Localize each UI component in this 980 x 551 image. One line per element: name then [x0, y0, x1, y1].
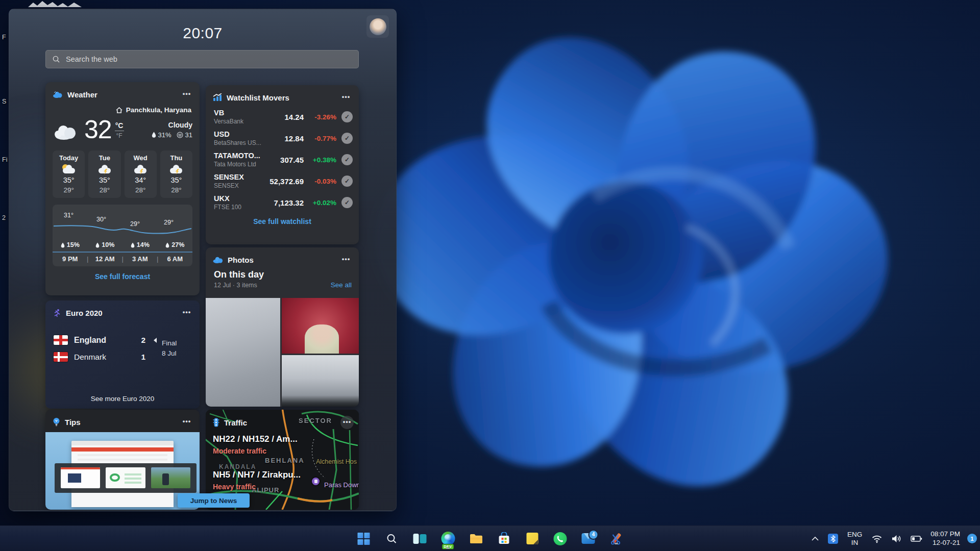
precip-value: 10%: [102, 241, 114, 248]
more-options-button[interactable]: •••: [340, 416, 354, 429]
see-full-watchlist-link[interactable]: See full watchlist: [206, 217, 359, 226]
match-date: 8 Jul: [162, 348, 191, 359]
watchlist-check-button[interactable]: ✓: [341, 111, 353, 122]
tray-date: 12-07-21: [933, 539, 960, 547]
profile-button[interactable]: [366, 15, 389, 38]
hourly-precip-row: 15% 10% 14% 27%: [53, 240, 192, 252]
traffic-route[interactable]: NH22 / NH152 / Am...: [213, 434, 298, 444]
desktop-icon-label-fragment: F: [2, 34, 6, 41]
photos-widget[interactable]: Photos ••• On this day 12 Jul · 3 items …: [206, 247, 359, 407]
map-pin-icon: [312, 478, 320, 485]
desktop-icon-label-fragment: 2: [2, 214, 6, 221]
file-explorer-button[interactable]: [465, 528, 487, 550]
low-temp: 28°: [161, 186, 191, 194]
taskbar-search-button[interactable]: [381, 528, 403, 550]
web-search-bar[interactable]: [45, 50, 359, 68]
task-view-button[interactable]: [409, 528, 431, 550]
see-all-link[interactable]: See all: [331, 281, 352, 289]
start-button[interactable]: [353, 528, 375, 550]
forecast-day-label: Tue: [89, 154, 119, 162]
task-switcher-art: [55, 463, 197, 493]
whatsapp-button[interactable]: [549, 528, 572, 550]
snipping-tool-button[interactable]: [605, 528, 628, 550]
volume-button[interactable]: [889, 532, 904, 545]
change-percent: -3.26%: [304, 113, 336, 121]
watchlist-check-button[interactable]: ✓: [341, 197, 353, 208]
match-result[interactable]: England 2 Denmark 1 Final 8 Jul: [45, 321, 200, 365]
language-indicator[interactable]: ENG IN: [844, 531, 865, 546]
traffic-route[interactable]: NH5 / NH7 / Zirakpu...: [213, 470, 301, 480]
watchlist-check-button[interactable]: ✓: [341, 176, 353, 187]
widget-title: Tips: [65, 418, 175, 427]
celsius-option[interactable]: °C: [115, 121, 124, 131]
photo-thumbnail[interactable]: [282, 298, 359, 354]
watchlist-row[interactable]: VBVersaBank 14.24 -3.26% ✓: [206, 106, 359, 128]
watchlist-row[interactable]: SENSEXSENSEX 52,372.69 -0.03% ✓: [206, 170, 359, 192]
photo-thumbnail[interactable]: [206, 298, 280, 407]
forecast-day[interactable]: Today 35° 29°: [53, 151, 85, 198]
stocks-icon: [213, 93, 222, 102]
temperature-line: [53, 218, 192, 240]
more-options-button[interactable]: •••: [179, 89, 194, 100]
hourly-times-row: 9 PM 12 AM 3 AM 6 AM: [53, 253, 192, 266]
more-options-button[interactable]: •••: [179, 416, 194, 428]
weather-widget[interactable]: Weather ••• Panchkula, Haryana 32 °C: [45, 82, 200, 295]
weather-location[interactable]: Panchkula, Haryana: [45, 103, 200, 114]
condition-summary: Cloudy 31%: [152, 121, 193, 139]
tray-overflow-button[interactable]: [808, 534, 822, 543]
low-temp: 29°: [54, 186, 84, 194]
forecast-day[interactable]: Tue 35° 28°: [88, 151, 120, 198]
mail-unread-badge: 4: [589, 530, 599, 540]
team-name: England: [74, 336, 132, 345]
time-label: 12 AM: [88, 255, 123, 263]
edge-dev-button[interactable]: DEV: [437, 528, 459, 550]
watchlist-row[interactable]: TATAMOTO...Tata Motors Ltd 307.45 +0.38%…: [206, 149, 359, 170]
desktop-icon-label-fragment: S: [2, 98, 6, 105]
unit-toggle[interactable]: °C °F: [115, 121, 124, 139]
sports-widget[interactable]: Euro 2020 ••• England 2 Denmark 1: [45, 300, 200, 409]
watchlist-check-button[interactable]: ✓: [341, 133, 353, 144]
more-options-button[interactable]: •••: [179, 307, 194, 318]
notification-badge[interactable]: 1: [967, 534, 977, 543]
whatsapp-icon: [554, 532, 567, 545]
change-percent: -0.77%: [304, 135, 336, 142]
search-input[interactable]: [65, 55, 352, 64]
more-options-button[interactable]: •••: [338, 254, 354, 265]
more-options-button[interactable]: •••: [338, 92, 354, 103]
watchlist-check-button[interactable]: ✓: [341, 154, 353, 165]
wifi-button[interactable]: [869, 532, 885, 545]
tips-preview-image[interactable]: [45, 432, 200, 510]
battery-button[interactable]: [908, 533, 925, 545]
photo-grid: [206, 298, 359, 407]
clock-tray[interactable]: 08:07 PM 12-07-21: [928, 530, 962, 547]
see-more-euro-link[interactable]: See more Euro 2020: [45, 395, 200, 403]
photo-thumbnail[interactable]: [282, 355, 359, 407]
tips-widget[interactable]: Tips •••: [45, 410, 200, 510]
bluetooth-button[interactable]: [825, 532, 841, 546]
high-temp: 35°: [89, 176, 119, 184]
time-label: 9 PM: [53, 255, 88, 263]
denmark-flag-icon: [54, 352, 68, 362]
watchlist-row[interactable]: USDBetaShares US... 12.84 -0.77% ✓: [206, 128, 359, 149]
fahrenheit-option[interactable]: °F: [116, 131, 122, 139]
forecast-day[interactable]: Wed 34° 28°: [125, 151, 157, 198]
speaker-icon: [891, 534, 902, 543]
photos-count: 12 Jul · 3 items: [214, 282, 264, 289]
bluetooth-icon: [828, 534, 838, 544]
see-full-forecast-link[interactable]: See full forecast: [45, 272, 200, 281]
high-temp: 35°: [161, 176, 191, 184]
widgets-panel: 20:07 Weather •••: [9, 9, 397, 511]
daily-forecast: Today 35° 29° Tue 35° 28° Wed 34° 28°: [45, 144, 200, 198]
jump-to-news-button[interactable]: Jump to News: [178, 493, 250, 508]
change-percent: +0.38%: [304, 156, 336, 164]
running-indicator: [615, 543, 618, 544]
watchlist-widget[interactable]: Watchlist Movers ••• VBVersaBank 14.24 -…: [206, 85, 359, 244]
forecast-day[interactable]: Thu 35° 28°: [160, 151, 192, 198]
map-label: BEHLANA: [265, 457, 305, 464]
watchlist-row[interactable]: UKXFTSE 100 7,123.32 +0.02% ✓: [206, 192, 359, 213]
sticky-notes-button[interactable]: [521, 528, 544, 550]
taskbar-icons: DEV: [353, 526, 628, 551]
company-name: BetaShares US...: [214, 139, 269, 146]
microsoft-store-button[interactable]: [493, 528, 516, 550]
mail-button[interactable]: 4: [577, 528, 600, 550]
